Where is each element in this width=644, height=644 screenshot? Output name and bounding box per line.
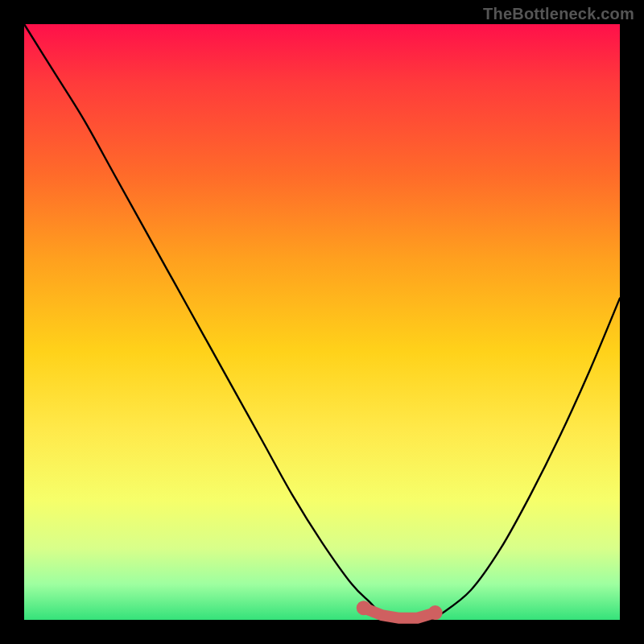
curve-path	[24, 24, 620, 621]
optimum-dot	[357, 601, 371, 615]
chart-frame: TheBottleneck.com	[0, 0, 644, 644]
optimum-markers	[357, 601, 443, 620]
watermark-text: TheBottleneck.com	[483, 5, 634, 23]
optimum-band	[364, 608, 436, 618]
bottleneck-curve	[24, 24, 620, 620]
plot-area	[24, 24, 620, 620]
optimum-dot	[428, 605, 443, 620]
